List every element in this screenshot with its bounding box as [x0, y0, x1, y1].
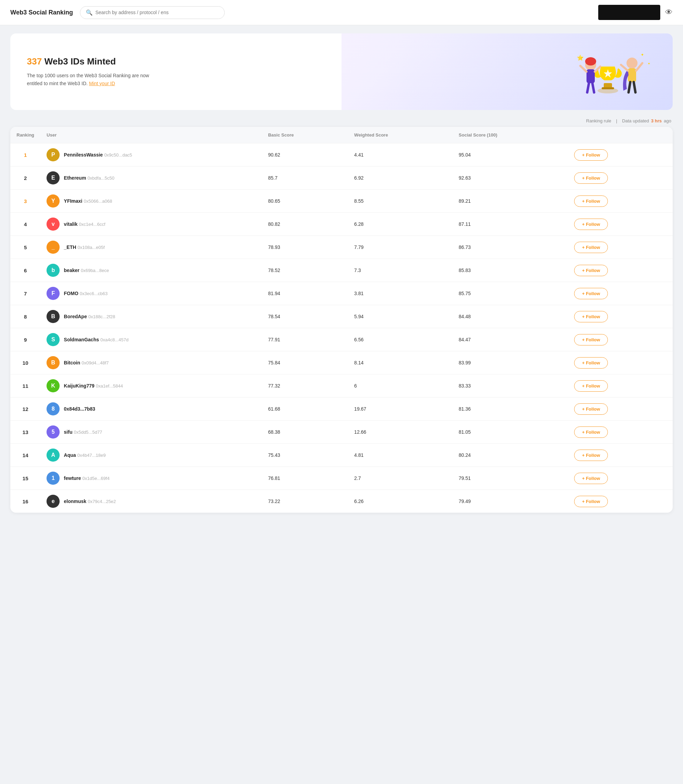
follow-button[interactable]: + Follow — [574, 288, 608, 299]
table-row: 9SSoldmanGachs0xa4c8...457d77.916.5684.4… — [10, 328, 673, 351]
follow-button[interactable]: + Follow — [574, 450, 608, 461]
mint-link[interactable]: Mint your ID — [89, 81, 115, 86]
action-cell: + Follow — [568, 328, 673, 351]
svg-text:✦: ✦ — [648, 62, 650, 66]
user-addr: 0x5066...a068 — [84, 199, 112, 204]
user-cell: KKaijuKing7790xa1ef...5844 — [40, 374, 262, 397]
user-cell: BBitcoin0x09d4...48f7 — [40, 351, 262, 374]
follow-button[interactable]: + Follow — [574, 334, 608, 345]
user-cell: EEthereum0xbdfa...5c50 — [40, 167, 262, 190]
table-row: 151fewture0x1d5e...69f476.812.779.51+ Fo… — [10, 467, 673, 490]
banner-title: 337 Web3 IDs Minted — [27, 56, 165, 67]
rank-cell: 9 — [10, 328, 40, 351]
avatar: b — [46, 264, 59, 277]
weighted-score: 6.56 — [348, 328, 452, 351]
user-name[interactable]: SoldmanGachs0xa4c8...457d — [64, 337, 128, 342]
col-weighted-score: Weighted Score — [348, 127, 452, 143]
basic-score: 90.62 — [262, 143, 348, 167]
user-name[interactable]: Bitcoin0x09d4...48f7 — [64, 360, 109, 365]
user-cell: vvitalik0xc1e4...6ccf — [40, 213, 262, 236]
follow-button[interactable]: + Follow — [574, 218, 608, 230]
avatar: S — [46, 333, 59, 346]
ranking-rule-link[interactable]: Ranking rule — [586, 118, 611, 124]
user-name[interactable]: 0x84d3...7b83 — [64, 406, 95, 412]
rank-cell: 16 — [10, 490, 40, 513]
rank-cell: 14 — [10, 444, 40, 467]
user-cell: PPennilessWassie0x9c50...dac5 — [40, 143, 262, 167]
basic-score: 77.91 — [262, 328, 348, 351]
user-name[interactable]: Aqua0x4b47...18e9 — [64, 452, 106, 458]
follow-button[interactable]: + Follow — [574, 196, 608, 207]
user-name[interactable]: beaker0x69ba...8ece — [64, 268, 109, 273]
follow-button[interactable]: + Follow — [574, 242, 608, 253]
weighted-score: 4.41 — [348, 143, 452, 167]
user-name[interactable]: Ethereum0xbdfa...5c50 — [64, 175, 114, 181]
user-name[interactable]: BoredApe0x188c...2f28 — [64, 314, 115, 319]
search-input[interactable] — [95, 10, 219, 15]
user-name[interactable]: sifu0x5dd5...5d77 — [64, 429, 102, 435]
search-icon: 🔍 — [86, 9, 93, 16]
follow-button[interactable]: + Follow — [574, 265, 608, 276]
weighted-score: 8.14 — [348, 351, 452, 374]
search-bar[interactable]: 🔍 — [80, 6, 224, 19]
social-score: 85.75 — [452, 282, 568, 305]
eye-icon[interactable]: 👁 — [665, 8, 673, 17]
social-score: 89.21 — [452, 190, 568, 213]
action-cell: + Follow — [568, 305, 673, 328]
app-title: Web3 Social Ranking — [10, 9, 73, 16]
follow-button[interactable]: + Follow — [574, 357, 608, 369]
user-name[interactable]: YFImaxi0x5066...a068 — [64, 198, 112, 204]
follow-button[interactable]: + Follow — [574, 172, 608, 184]
weighted-score: 2.7 — [348, 467, 452, 490]
follow-button[interactable]: + Follow — [574, 473, 608, 484]
follow-button[interactable]: + Follow — [574, 311, 608, 322]
basic-score: 68.38 — [262, 421, 348, 444]
basic-score: 78.93 — [262, 236, 348, 259]
basic-score: 73.22 — [262, 490, 348, 513]
rank-cell: 1 — [10, 143, 40, 167]
rankings-table-wrap: Ranking User Basic Score Weighted Score … — [10, 127, 673, 512]
user-addr: 0x3ec6...cb63 — [80, 291, 107, 296]
user-name[interactable]: _ETH0x108a...e05f — [64, 244, 105, 250]
action-cell: + Follow — [568, 374, 673, 397]
basic-score: 81.94 — [262, 282, 348, 305]
follow-button[interactable]: + Follow — [574, 149, 608, 161]
table-row: 135sifu0x5dd5...5d7768.3812.6681.05+ Fol… — [10, 421, 673, 444]
wallet-button[interactable] — [598, 5, 660, 20]
banner-content: 337 Web3 IDs Minted The top 1000 users o… — [27, 56, 165, 87]
basic-score: 61.68 — [262, 397, 348, 421]
user-name[interactable]: fewture0x1d5e...69f4 — [64, 476, 110, 481]
user-name[interactable]: vitalik0xc1e4...6ccf — [64, 221, 105, 227]
avatar: E — [46, 171, 59, 185]
data-updated-ago: ago — [664, 118, 671, 124]
follow-button[interactable]: + Follow — [574, 496, 608, 507]
action-cell: + Follow — [568, 143, 673, 167]
basic-score: 80.82 — [262, 213, 348, 236]
follow-button[interactable]: + Follow — [574, 426, 608, 438]
table-header-row: Ranking User Basic Score Weighted Score … — [10, 127, 673, 143]
user-cell: SSoldmanGachs0xa4c8...457d — [40, 328, 262, 351]
rank-cell: 8 — [10, 305, 40, 328]
user-cell: 1fewture0x1d5e...69f4 — [40, 467, 262, 490]
table-row: 8BBoredApe0x188c...2f2878.545.9484.48+ F… — [10, 305, 673, 328]
svg-rect-6 — [587, 69, 595, 83]
svg-text:⭐: ⭐ — [577, 55, 584, 61]
user-cell: FFOMO0x3ec6...cb63 — [40, 282, 262, 305]
user-name[interactable]: FOMO0x3ec6...cb63 — [64, 291, 107, 296]
col-basic-score: Basic Score — [262, 127, 348, 143]
user-cell: BBoredApe0x188c...2f28 — [40, 305, 262, 328]
meta-bar: Ranking rule | Data updated 3 hrs ago — [0, 116, 683, 127]
weighted-score: 5.94 — [348, 305, 452, 328]
col-user: User — [40, 127, 262, 143]
table-row: 1PPennilessWassie0x9c50...dac590.624.419… — [10, 143, 673, 167]
avatar: 8 — [46, 402, 59, 415]
svg-rect-12 — [628, 68, 636, 82]
user-name[interactable]: KaijuKing7790xa1ef...5844 — [64, 383, 123, 389]
follow-button[interactable]: + Follow — [574, 403, 608, 415]
user-name[interactable]: PennilessWassie0x9c50...dac5 — [64, 152, 132, 157]
social-score: 79.49 — [452, 490, 568, 513]
avatar: 1 — [46, 472, 59, 485]
social-score: 86.73 — [452, 236, 568, 259]
follow-button[interactable]: + Follow — [574, 380, 608, 392]
user-name[interactable]: elonmusk0x79c4...25e2 — [64, 498, 116, 504]
